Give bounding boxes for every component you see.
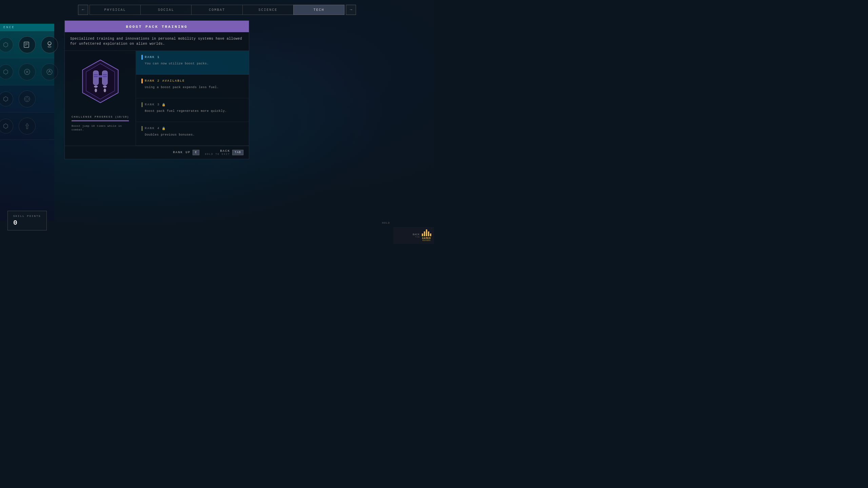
rank-1-desc: You can now utilize boost packs. bbox=[141, 62, 243, 66]
svg-point-21 bbox=[95, 88, 97, 92]
rank-1-indicator bbox=[141, 55, 143, 60]
watermark: BACK TAB GAMER GUIDES bbox=[393, 227, 434, 244]
gamer-guides-logo: GAMER GUIDES bbox=[422, 229, 431, 242]
svg-rect-0 bbox=[24, 42, 29, 47]
challenge-section: CHALLENGE PROGRESS (10/10) Boost jump 10… bbox=[72, 112, 129, 131]
logo-bar-4 bbox=[428, 231, 429, 236]
rank-3-indicator bbox=[141, 102, 143, 107]
skill-content-body: CHALLENGE PROGRESS (10/10) Boost jump 10… bbox=[65, 51, 249, 146]
challenge-header: CHALLENGE PROGRESS (10/10) bbox=[72, 115, 129, 118]
tab-social[interactable]: SOCIAL bbox=[140, 5, 191, 15]
rank-1-item[interactable]: RANK 1 You can now utilize boost packs. bbox=[136, 51, 249, 75]
nav-tabs: PHYSICAL SOCIAL COMBAT SCIENCE TECH bbox=[90, 5, 344, 15]
challenge-progress-fill bbox=[72, 120, 129, 121]
sidebar-header: ENCE bbox=[0, 24, 54, 31]
skill-hexagon bbox=[77, 58, 124, 105]
tab-tech[interactable]: TECH bbox=[293, 5, 344, 15]
nav-left-arrow[interactable]: ← bbox=[78, 5, 88, 15]
sidebar-skill-icon-1[interactable] bbox=[19, 36, 36, 53]
logo-bars bbox=[422, 229, 431, 236]
rank-3-item[interactable]: RANK 3 🔒 Boost pack fuel regenerates mor… bbox=[136, 98, 249, 122]
back-action[interactable]: BACK HOLD TO EXIT TAB bbox=[205, 149, 243, 156]
skill-points-label: SKILL POINTS bbox=[13, 215, 41, 218]
logo-bar-2 bbox=[424, 231, 425, 236]
logo-sub: GUIDES bbox=[422, 240, 431, 242]
challenge-text: Boost jump 10 times while in combat. bbox=[72, 124, 129, 131]
action-bar: RANK UP E BACK HOLD TO EXIT TAB bbox=[65, 146, 249, 159]
svg-rect-13 bbox=[93, 71, 98, 85]
skill-points-box: SKILL POINTS 0 bbox=[7, 211, 47, 230]
skill-points-value: 0 bbox=[13, 219, 41, 227]
sidebar-row-3: ⬡ bbox=[0, 85, 54, 113]
rank-4-item[interactable]: RANK 4 🔒 Doubles previous bonuses. bbox=[136, 122, 249, 146]
svg-rect-17 bbox=[103, 74, 107, 75]
rank-2-header: RANK 2 AVAILABLE bbox=[141, 79, 243, 83]
rank-up-label: RANK UP bbox=[173, 151, 191, 154]
svg-point-19 bbox=[94, 85, 98, 88]
sidebar-row-1: ⬡ bbox=[0, 31, 54, 58]
skill-title: BOOST PACK TRAINING bbox=[126, 25, 188, 29]
nav-right-arrow[interactable]: → bbox=[346, 5, 356, 15]
ranks-panel: RANK 1 You can now utilize boost packs. … bbox=[136, 51, 249, 146]
sidebar-skill-icon-0[interactable]: ⬡ bbox=[0, 37, 13, 52]
svg-point-8 bbox=[49, 70, 50, 72]
svg-rect-16 bbox=[94, 76, 98, 77]
rank-4-desc: Doubles previous bonuses. bbox=[141, 133, 243, 138]
svg-point-10 bbox=[26, 98, 28, 100]
back-label: BACK bbox=[205, 149, 230, 153]
sidebar-skill-icon-9[interactable] bbox=[19, 118, 36, 135]
sidebar-skill-icon-8[interactable]: ⬡ bbox=[0, 119, 13, 134]
skill-image-panel: CHALLENGE PROGRESS (10/10) Boost jump 10… bbox=[65, 51, 136, 146]
sidebar-skill-icon-2[interactable] bbox=[41, 36, 58, 53]
rank-1-header: RANK 1 bbox=[141, 55, 243, 60]
tab-physical[interactable]: PHYSICAL bbox=[90, 5, 140, 15]
rank-3-lock-icon: 🔒 bbox=[162, 103, 165, 107]
logo-bar-1 bbox=[422, 233, 423, 236]
svg-point-5 bbox=[48, 46, 51, 47]
rank-up-action[interactable]: RANK UP E bbox=[173, 150, 199, 155]
rank-4-title: RANK 4 bbox=[145, 127, 160, 130]
rank-2-title: RANK 2 AVAILABLE bbox=[145, 79, 185, 83]
rank-3-title: RANK 3 bbox=[145, 103, 160, 106]
rank-2-desc: Using a boost pack expends less fuel. bbox=[141, 85, 243, 90]
sidebar-skill-icon-4[interactable] bbox=[19, 63, 36, 80]
rank-4-indicator bbox=[141, 126, 143, 131]
svg-rect-15 bbox=[94, 74, 98, 75]
challenge-progress-bar bbox=[72, 120, 129, 121]
skill-sidebar: ENCE ⬡ ⬡ ⬡ ⬡ bbox=[0, 24, 54, 220]
sidebar-skill-icon-7[interactable] bbox=[19, 90, 36, 107]
tab-combat[interactable]: COMBAT bbox=[191, 5, 242, 15]
svg-point-7 bbox=[47, 69, 52, 75]
skill-detail-panel: BOOST PACK TRAINING Specialized training… bbox=[64, 20, 249, 159]
rank-4-lock-icon: 🔒 bbox=[162, 127, 165, 130]
hold-to-exit-text: HOLD bbox=[382, 221, 390, 224]
rank-3-desc: Boost pack fuel regenerates more quickly… bbox=[141, 109, 243, 114]
sidebar-skill-icon-6[interactable]: ⬡ bbox=[0, 92, 13, 106]
sidebar-skill-icon-3[interactable]: ⬡ bbox=[0, 64, 13, 79]
nav-bar: ← PHYSICAL SOCIAL COMBAT SCIENCE TECH → bbox=[78, 5, 356, 15]
svg-rect-14 bbox=[102, 71, 107, 85]
svg-point-22 bbox=[103, 88, 106, 92]
sidebar-skill-icon-5[interactable] bbox=[41, 63, 58, 80]
sidebar-row-4: ⬡ bbox=[0, 113, 54, 140]
rank-1-title: RANK 1 bbox=[145, 56, 160, 59]
rank-up-key: E bbox=[193, 150, 199, 155]
watermark-back-text: BACK TAB bbox=[413, 233, 420, 238]
svg-point-20 bbox=[103, 85, 106, 88]
challenge-count: (10/10) bbox=[115, 115, 129, 118]
tab-science[interactable]: SCIENCE bbox=[242, 5, 293, 15]
rank-4-header: RANK 4 🔒 bbox=[141, 126, 243, 131]
svg-rect-18 bbox=[103, 76, 107, 77]
logo-name: GAMER bbox=[422, 237, 431, 240]
sidebar-row-2: ⬡ bbox=[0, 58, 54, 85]
skill-description: Specialized training and innovations in … bbox=[65, 32, 249, 51]
rank-2-indicator bbox=[141, 79, 143, 83]
skill-title-bar: BOOST PACK TRAINING bbox=[65, 21, 249, 32]
back-sub-label: HOLD TO EXIT bbox=[205, 153, 230, 156]
logo-bar-5 bbox=[430, 233, 431, 236]
logo-bar-3 bbox=[426, 229, 427, 236]
rank-2-item[interactable]: RANK 2 AVAILABLE Using a boost pack expe… bbox=[136, 75, 249, 98]
challenge-label: CHALLENGE PROGRESS bbox=[72, 115, 113, 118]
rank-3-header: RANK 3 🔒 bbox=[141, 102, 243, 107]
back-key: TAB bbox=[232, 150, 243, 155]
